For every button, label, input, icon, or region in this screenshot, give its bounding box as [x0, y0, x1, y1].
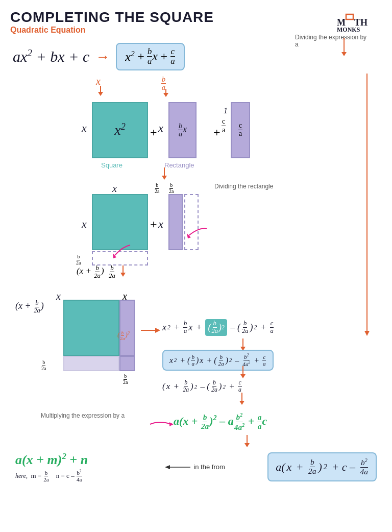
svg-marker-5	[341, 52, 347, 56]
svg-marker-13	[162, 176, 167, 180]
pink-arrow-2	[112, 244, 133, 259]
step-arrow-down-3	[239, 393, 245, 407]
arrow-to-square	[98, 86, 103, 97]
title-block: COMPLETING THE SQUARE Quadratic Equation	[10, 9, 214, 35]
svg-marker-30	[165, 465, 170, 469]
pink-arrow-to-green	[149, 419, 175, 429]
content: ax2 + bx + c → x2 + bax + ca Dividing th…	[0, 43, 392, 482]
formula-row-3: (x + b2a)2 – (b2a)2 + ca	[162, 379, 242, 393]
expr-x2: x2	[125, 49, 134, 64]
multiplying-section: Multiplying the expression by a a(x + b2…	[10, 412, 382, 432]
annotation-arrow	[341, 38, 347, 58]
subtitle: Quadratic Equation	[10, 26, 214, 35]
x-purple: x	[122, 291, 127, 302]
purple-half-1	[168, 194, 183, 250]
big-paren-label: (x + b2a)	[15, 300, 44, 315]
boxed-b2a-sq: (b2a)2	[205, 319, 227, 336]
x-big: x	[56, 291, 61, 302]
purple-rect: bax	[168, 102, 197, 158]
in-the-from-label: in the from	[193, 463, 225, 471]
main-title: COMPLETING THE SQUARE	[10, 9, 214, 26]
final-row: a(x + m)2 + n here, m = b2a n = c – b24a…	[10, 451, 382, 482]
one-label: 1	[224, 106, 228, 115]
parenthesis-row: (x + b2a) b2a	[77, 264, 382, 279]
boxed-expr: x2 + bax + ca	[116, 43, 184, 70]
svg-marker-25	[239, 401, 244, 405]
plus-between: +	[150, 126, 157, 139]
big-diagram-row: (x + b2a) x x b2a (b2a)2 b2a	[10, 279, 382, 392]
here-m-n: here, m = b2a n = c – b24a	[15, 470, 122, 482]
expr-ba-x: bax	[147, 47, 158, 66]
svg-marker-26	[169, 422, 174, 426]
arrow-to-rect	[163, 89, 168, 98]
x-label-row2-2: x	[158, 217, 163, 231]
initial-expression-row: ax2 + bx + c → x2 + bax + ca Dividing th…	[13, 43, 382, 70]
purple-strip-final	[119, 300, 135, 356]
teal-square-final	[63, 300, 119, 356]
expr-ca: ca	[170, 47, 175, 66]
svg-rect-1	[346, 14, 353, 19]
b2a-below: b2a	[122, 374, 128, 385]
header: COMPLETING THE SQUARE Quadratic Equation…	[0, 0, 392, 38]
svg-marker-23	[240, 374, 246, 378]
dashed-half	[184, 194, 199, 250]
purple-bottom-strip	[63, 356, 119, 371]
green-final-left: a(x + m)2 + n here, m = b2a n = c – b24a	[15, 451, 122, 482]
arrow-row	[102, 393, 382, 407]
formula-box-row-2: x2 + (ba)x + (b2a)2 – b24a2 + ca	[162, 350, 274, 371]
expr-plus2: +	[160, 50, 168, 63]
in-the-from-section: in the from	[122, 463, 267, 471]
down-arrow-1	[161, 167, 167, 182]
multiplying-note: Multiplying the expression by a	[41, 412, 125, 419]
green-amn: a(x + m)2 + n	[15, 451, 122, 468]
b2a-label-1: b2a	[154, 183, 160, 195]
ca-box: ca	[231, 102, 250, 158]
teal-square-2	[92, 194, 148, 250]
final-boxed-formula: a(x + b2a)2 + c – b24a	[267, 452, 377, 481]
plus-ca: +	[213, 126, 220, 139]
rectangle-label: Rectangle	[164, 161, 194, 169]
formula-row-1: x2 + bax + (b2a)2 – (b2a)2 + ca	[162, 319, 274, 336]
arrow-row-2	[112, 435, 382, 449]
x-label-rect-left: x	[158, 122, 163, 135]
right-arrow-red	[141, 327, 161, 333]
b2a-final-label: b2a	[41, 360, 46, 372]
x-label-row2-left: x	[82, 217, 87, 231]
expr-plus1: +	[137, 50, 145, 63]
x-label-left: x	[82, 122, 87, 135]
svg-marker-28	[244, 443, 250, 447]
dividing-rect-annotation: Dividing the rectangle	[214, 183, 273, 190]
svg-marker-19	[155, 328, 160, 333]
right-arrow: →	[95, 49, 110, 65]
svg-marker-9	[98, 92, 103, 96]
plus-row2: +	[150, 217, 157, 231]
logo-icon: M TH MONKS	[337, 11, 378, 32]
logo: M TH MONKS	[333, 9, 382, 36]
dividing-annotation: Dividing the expression by a	[295, 34, 372, 48]
step-arrow-down-4	[244, 435, 250, 449]
ca-label: ca	[222, 117, 226, 134]
square-label: Square	[101, 161, 122, 169]
b2a-sq-inside: (b2a)2	[117, 330, 130, 341]
pink-arrow-1	[184, 226, 209, 241]
b2a-label-2: b2a	[168, 183, 174, 195]
diagram-area: x ba x x2 Square + x bax	[10, 76, 382, 270]
x-label-row2: x	[112, 183, 117, 195]
left-arrow-in-from	[165, 464, 190, 471]
green-formula: a(x + b2a)2 – ab24a2 + aac	[174, 412, 382, 432]
svg-marker-11	[163, 93, 168, 97]
svg-text:MONKS: MONKS	[337, 26, 360, 32]
initial-expr: ax2 + bx + c	[13, 47, 89, 65]
purple-corner-square	[119, 356, 135, 371]
here-label: here,	[15, 472, 28, 479]
teal-square: x2	[92, 102, 148, 158]
step-arrow-down-2	[240, 366, 246, 380]
